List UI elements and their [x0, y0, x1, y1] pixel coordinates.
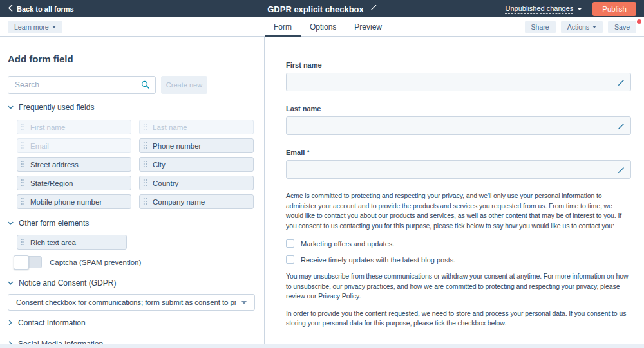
chevron-down-icon: [8, 103, 14, 112]
captcha-label: Captcha (SPAM prevention): [50, 259, 141, 266]
chevron-right-icon: [8, 318, 13, 327]
gdpr-storage-paragraph: In order to provide you the content requ…: [286, 309, 631, 329]
field-chip-city[interactable]: City: [139, 157, 254, 172]
drag-handle-icon: [143, 123, 147, 131]
section-label: Contact Information: [18, 318, 86, 327]
caret-down-icon: [577, 8, 582, 10]
bottom-edge-strip: [0, 344, 644, 348]
edit-field-pencil-icon[interactable]: [616, 166, 625, 178]
field-label: Email *: [286, 149, 631, 156]
field-chip-grid: First name Last name Email Phone number …: [17, 120, 255, 209]
chevron-down-icon: [8, 279, 14, 288]
drag-handle-icon: [143, 179, 147, 187]
section-frequently-used-fields[interactable]: Frequently used fields: [8, 102, 255, 113]
drag-handle-icon: [21, 123, 24, 131]
field-label: Last name: [286, 105, 631, 113]
form-field-email[interactable]: Email *: [286, 149, 631, 179]
gdpr-consent-dropdown[interactable]: Consent checkbox for communications; for…: [8, 294, 255, 311]
section-contact-information[interactable]: Contact Information: [8, 317, 255, 329]
field-chip-email: Email: [17, 138, 131, 153]
drag-handle-icon: [21, 179, 24, 187]
drag-handle-icon: [143, 160, 147, 169]
create-new-button[interactable]: Create new: [161, 76, 207, 94]
form-title-text: GDPR explicit checkbox: [267, 4, 364, 14]
field-chip-state-region[interactable]: State/Region: [17, 176, 131, 190]
drag-handle-icon: [143, 197, 147, 206]
field-chip-street-address[interactable]: Street address: [17, 157, 131, 172]
unpublished-changes-label: Unpublished changes: [505, 5, 573, 14]
drag-handle-icon: [21, 160, 24, 169]
drag-handle-icon: [143, 142, 147, 150]
first-name-input[interactable]: [286, 73, 631, 91]
field-chip-first-name: First name: [17, 120, 131, 134]
share-button[interactable]: Share: [525, 21, 556, 33]
section-label: Notice and Consent (GDPR): [19, 279, 116, 288]
unpublished-changes-menu[interactable]: Unpublished changes: [505, 5, 582, 14]
back-link-label: Back to all forms: [17, 5, 74, 13]
actions-button[interactable]: Actions: [561, 21, 603, 33]
field-chip-mobile-phone-number[interactable]: Mobile phone number: [17, 194, 131, 209]
caret-down-icon: [242, 301, 247, 304]
chevron-down-icon: [8, 219, 14, 228]
edit-field-pencil-icon[interactable]: [616, 78, 625, 90]
field-chip-country[interactable]: Country: [139, 176, 254, 190]
captcha-toggle[interactable]: [14, 256, 42, 268]
consent-checkbox-blog-updates[interactable]: Receive timely updates with the latest b…: [286, 255, 631, 264]
back-to-all-forms-link[interactable]: Back to all forms: [8, 5, 74, 13]
top-navigation-bar: Back to all forms GDPR explicit checkbox…: [0, 0, 644, 17]
add-form-field-panel: Add form field Create new Frequently use…: [0, 37, 265, 348]
field-chip-phone-number[interactable]: Phone number: [139, 138, 254, 153]
tab-options[interactable]: Options: [301, 17, 345, 37]
field-chip-rich-text-area[interactable]: Rich text area: [17, 235, 127, 250]
field-label: First name: [286, 61, 631, 69]
panel-heading: Add form field: [8, 53, 255, 64]
gdpr-intro-paragraph: Acme is committed to protecting and resp…: [286, 191, 631, 231]
notification-dot: [637, 19, 641, 24]
checkbox-label: Marketing offers and updates.: [301, 240, 394, 248]
search-icon: [141, 80, 150, 92]
drag-handle-icon: [21, 197, 24, 206]
checkbox-label: Receive timely updates with the latest b…: [301, 256, 455, 264]
gdpr-dropdown-selected-value: Consent checkbox for communications; for…: [16, 298, 236, 306]
form-field-first-name[interactable]: First name: [286, 61, 631, 91]
consent-checkbox-marketing[interactable]: Marketing offers and updates.: [286, 239, 631, 248]
publish-button[interactable]: Publish: [592, 2, 636, 16]
gdpr-unsubscribe-paragraph: You may unsubscribe from these communica…: [286, 271, 631, 302]
email-input[interactable]: [286, 160, 631, 179]
chevron-left-icon: [8, 5, 13, 13]
toggle-knob: [14, 255, 29, 270]
section-label: Frequently used fields: [19, 103, 94, 112]
secondary-toolbar: Learn more Form Options Preview Share Ac…: [0, 17, 644, 37]
checkbox-icon[interactable]: [286, 239, 294, 248]
caret-down-icon: [592, 26, 596, 28]
checkbox-icon[interactable]: [286, 255, 294, 264]
field-chip-last-name: Last name: [139, 120, 254, 134]
actions-label: Actions: [567, 23, 589, 31]
save-button[interactable]: Save: [608, 21, 636, 33]
field-chip-company-name[interactable]: Company name: [139, 194, 254, 209]
section-notice-and-consent-gdpr[interactable]: Notice and Consent (GDPR): [8, 277, 255, 289]
section-label: Other form elements: [19, 219, 89, 228]
learn-more-label: Learn more: [14, 23, 49, 31]
form-field-last-name[interactable]: Last name: [286, 105, 631, 135]
drag-handle-icon: [21, 142, 24, 150]
form-title: GDPR explicit checkbox: [267, 4, 377, 14]
edit-field-pencil-icon[interactable]: [616, 122, 625, 134]
learn-more-button[interactable]: Learn more: [8, 21, 62, 33]
form-preview-canvas: First name Last name Email *: [265, 37, 644, 348]
caret-down-icon: [52, 26, 56, 28]
drag-handle-icon: [21, 238, 24, 246]
tab-preview[interactable]: Preview: [345, 17, 391, 37]
section-other-form-elements[interactable]: Other form elements: [8, 217, 255, 229]
edit-title-pencil-icon[interactable]: [369, 4, 377, 14]
tab-form[interactable]: Form: [265, 17, 301, 37]
search-input[interactable]: [8, 76, 156, 94]
editor-tabs: Form Options Preview: [265, 17, 391, 37]
last-name-input[interactable]: [286, 116, 631, 135]
